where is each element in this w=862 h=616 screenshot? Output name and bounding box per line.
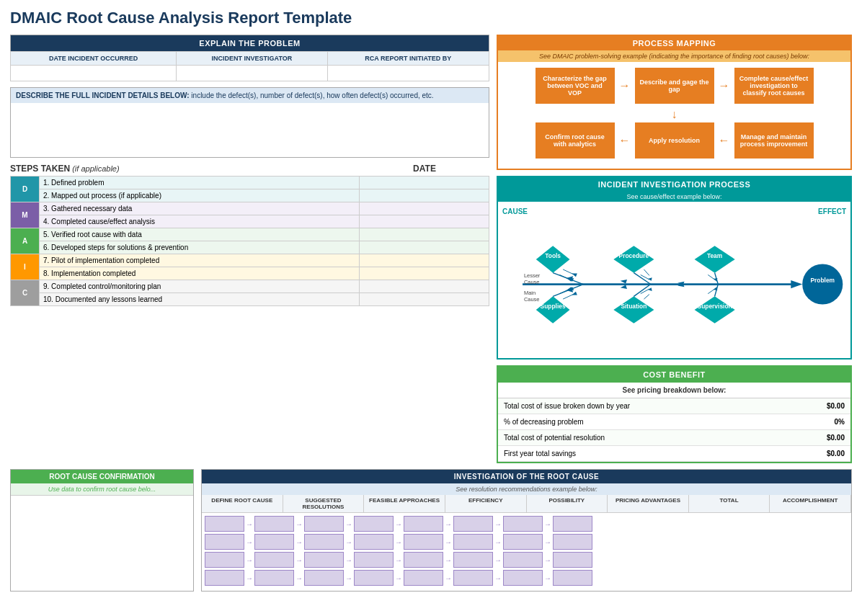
ir-arrow: → [494, 538, 502, 546]
right-panel: PROCESS MAPPING See DMAIC problem-solvin… [497, 35, 852, 463]
ir-box [304, 570, 344, 586]
ir-flow-row: →→→→→→→ [205, 570, 848, 586]
cb-label: Total cost of potential resolution [498, 430, 788, 446]
ir-flow: →→→→→→→→→→→→→→→→→→→→→→→→→→→→ [205, 516, 848, 586]
step-date[interactable] [360, 241, 489, 254]
step-date[interactable] [360, 177, 489, 189]
svg-text:Supervision: Supervision [698, 303, 732, 310]
ir-arrow: → [544, 556, 551, 564]
step-date[interactable] [360, 215, 489, 228]
ir-arrow: → [445, 574, 452, 582]
ir-col-header: DEFINE ROOT CAUSE [202, 495, 283, 512]
step-text: 9. Completed control/monitoring plan [40, 280, 360, 293]
ir-box [453, 552, 493, 568]
ir-box-start [205, 552, 244, 568]
ir-content: →→→→→→→→→→→→→→→→→→→→→→→→→→→→ [202, 513, 851, 591]
ir-arrow: → [445, 538, 452, 546]
cb-row: % of decreasing problem0% [498, 414, 850, 430]
cb-label: Total cost of issue broken down by year [498, 398, 788, 414]
ir-box [453, 534, 493, 550]
ir-arrow: → [494, 520, 502, 528]
ir-arrow: → [246, 556, 253, 564]
svg-text:Problem: Problem [810, 277, 835, 284]
ir-arrow: → [544, 538, 551, 546]
rcc-content[interactable] [11, 496, 193, 564]
page-title: DMAIC Root Cause Analysis Report Templat… [10, 9, 852, 27]
incident-investigation-section: INCIDENT INVESTIGATION PROCESS See cause… [497, 176, 852, 360]
bottom-section: ROOT CAUSE CONFIRMATION Use data to conf… [10, 469, 852, 592]
investigator-value[interactable] [177, 66, 328, 81]
pm-content: Characterize the gap between VOC and VOP… [498, 62, 850, 169]
ir-box [254, 534, 294, 550]
svg-marker-26 [621, 285, 627, 289]
describe-label-bold: DESCRIBE THE FULL INCIDENT DETAILS BELOW… [16, 91, 190, 99]
ir-arrow: → [296, 520, 303, 528]
steps-header-steps: STEPS TAKEN (if applicable) [10, 164, 360, 174]
investigation-root: INVESTIGATION OF THE ROOT CAUSE See reso… [201, 469, 852, 592]
explain-header: EXPLAIN THE PROBLEM [11, 35, 489, 52]
root-cause-confirm: ROOT CAUSE CONFIRMATION Use data to conf… [10, 469, 194, 592]
steps-header-date: DATE [360, 164, 489, 174]
ir-flow-row: →→→→→→→ [205, 552, 848, 568]
pm-box-1: Characterize the gap between VOC and VOP [536, 68, 615, 104]
pm-box-5: Apply resolution [635, 122, 714, 159]
step-date[interactable] [360, 280, 489, 293]
ir-box [404, 516, 443, 532]
ir-box [354, 534, 394, 550]
pm-box-2: Describe and gage the gap [635, 68, 714, 104]
ir-col-header: FEASIBLE APPROACHES [364, 495, 445, 512]
pm-box-6: Manage and maintain process improvement [734, 122, 814, 159]
svg-line-35 [644, 269, 649, 275]
ir-col-header: TOTAL [689, 495, 770, 512]
ir-col-header: SUGGESTED RESOLUTIONS [283, 495, 365, 512]
ii-header: INCIDENT INVESTIGATION PROCESS [498, 177, 850, 192]
ir-subtitle: See resolution recommendations example b… [202, 483, 851, 495]
ir-box [304, 516, 344, 532]
step-date[interactable] [360, 202, 489, 215]
step-text: 2. Mapped out process (if applicable) [40, 189, 360, 202]
svg-line-21 [715, 285, 719, 297]
ii-content: CAUSE EFFECT Problem [498, 202, 850, 358]
step-date[interactable] [360, 267, 489, 280]
dmaic-letter-C: C [11, 280, 40, 306]
ir-arrow: → [494, 574, 502, 582]
step-date[interactable] [360, 254, 489, 267]
svg-text:Supplies: Supplies [541, 303, 566, 310]
date-value[interactable] [11, 66, 177, 81]
pm-subtitle: See DMAIC problem-solving example (indic… [498, 50, 850, 62]
initiated-value[interactable] [327, 66, 489, 81]
describe-content-area[interactable] [11, 103, 489, 157]
ir-flow-row: →→→→→→→ [205, 516, 848, 532]
ir-arrow: → [296, 538, 303, 546]
step-date[interactable] [360, 189, 489, 202]
step-date[interactable] [360, 293, 489, 306]
ir-box [503, 534, 543, 550]
svg-line-40 [644, 295, 649, 300]
ir-arrow: → [445, 520, 452, 528]
ir-box [503, 552, 543, 568]
ir-arrow: → [395, 520, 402, 528]
ir-box [404, 534, 443, 550]
svg-line-37 [560, 289, 570, 294]
pm-down-arrow: ↓ [504, 108, 845, 121]
cb-row: Total cost of potential resolution$0.00 [498, 430, 850, 446]
ii-subtitle: See cause/effect example below: [498, 192, 850, 202]
svg-line-20 [634, 285, 650, 297]
cb-table: Total cost of issue broken down by year$… [498, 398, 850, 462]
ir-arrow: → [544, 520, 551, 528]
ir-box-start [205, 534, 244, 550]
dmaic-letter-I: I [11, 254, 40, 280]
ir-box [453, 516, 493, 532]
ir-box [354, 516, 394, 532]
step-date[interactable] [360, 228, 489, 241]
cb-label: First year total savings [498, 446, 788, 462]
svg-text:Tools: Tools [545, 252, 561, 259]
cb-row: First year total savings$0.00 [498, 446, 850, 462]
ir-box [404, 552, 443, 568]
pm-arrow-2: → [719, 79, 730, 92]
steps-table: D1. Defined problem2. Mapped out process… [10, 176, 489, 306]
svg-text:Cause: Cause [524, 296, 540, 303]
ir-arrow: → [395, 538, 402, 546]
describe-header: DESCRIBE THE FULL INCIDENT DETAILS BELOW… [11, 88, 489, 103]
ir-col-header: ACCOMPLISHMENT [770, 495, 851, 512]
